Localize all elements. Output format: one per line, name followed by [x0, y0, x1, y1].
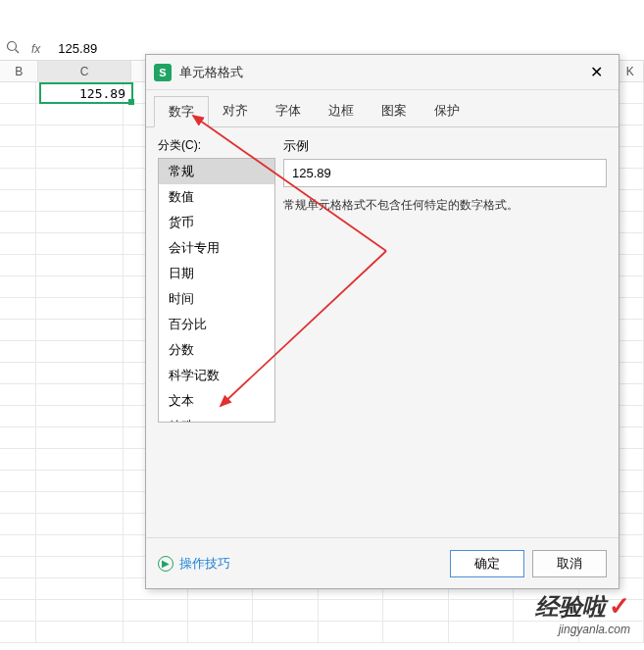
dialog-title-bar: S 单元格格式 ✕ — [146, 55, 619, 90]
tab-border[interactable]: 边框 — [315, 96, 368, 126]
category-item-scientific[interactable]: 科学记数 — [159, 363, 274, 388]
cell-format-dialog: S 单元格格式 ✕ 数字 对齐 字体 边框 图案 保护 分类(C): 常规 数值… — [145, 54, 619, 589]
grid-cell[interactable] — [0, 449, 36, 471]
grid-cell[interactable] — [36, 449, 123, 471]
tab-number[interactable]: 数字 — [154, 96, 209, 127]
grid-cell[interactable] — [449, 622, 514, 643]
category-list[interactable]: 常规 数值 货币 会计专用 日期 时间 百分比 分数 科学记数 文本 特殊 自定… — [158, 158, 275, 423]
grid-cell[interactable] — [36, 578, 123, 600]
grid-cell[interactable] — [36, 298, 123, 320]
grid-cell[interactable] — [319, 622, 383, 643]
grid-cell[interactable] — [0, 384, 36, 406]
tips-link[interactable]: ▶ 操作技巧 — [158, 555, 230, 573]
grid-cell[interactable] — [0, 600, 36, 622]
category-item-fraction[interactable]: 分数 — [159, 337, 274, 363]
category-item-special[interactable]: 特殊 — [159, 414, 274, 423]
col-header-c[interactable]: C — [38, 61, 130, 82]
col-header-b[interactable]: B — [0, 61, 38, 82]
grid-cell[interactable] — [383, 600, 448, 622]
tab-pattern[interactable]: 图案 — [368, 96, 421, 126]
category-item-accounting[interactable]: 会计专用 — [159, 235, 274, 261]
grid-cell[interactable] — [253, 622, 318, 643]
svg-point-0 — [8, 42, 17, 51]
grid-cell[interactable] — [36, 125, 123, 147]
grid-cell[interactable] — [0, 169, 36, 190]
grid-cell[interactable] — [36, 147, 123, 169]
category-item-currency[interactable]: 货币 — [159, 210, 274, 235]
zoom-icon[interactable] — [6, 40, 20, 57]
category-item-date[interactable]: 日期 — [159, 261, 274, 286]
grid-cell[interactable] — [0, 320, 36, 341]
tab-alignment[interactable]: 对齐 — [209, 96, 262, 126]
grid-cell[interactable] — [36, 104, 123, 125]
grid-cell[interactable] — [0, 492, 36, 514]
grid-cell[interactable] — [36, 190, 123, 212]
grid-cell[interactable] — [0, 427, 36, 449]
grid-cell[interactable] — [36, 557, 123, 578]
dialog-title: 单元格格式 — [179, 64, 243, 81]
grid-cell[interactable] — [0, 622, 36, 643]
grid-cell[interactable] — [0, 363, 36, 384]
grid-cell[interactable] — [36, 341, 123, 363]
grid-cell[interactable] — [0, 298, 36, 320]
grid-cell[interactable] — [0, 535, 36, 557]
grid-cell[interactable] — [0, 406, 36, 427]
grid-cell[interactable] — [124, 622, 188, 643]
grid-cell[interactable] — [0, 557, 36, 578]
formula-input[interactable]: 125.89 — [54, 39, 101, 58]
category-item-number[interactable]: 数值 — [159, 184, 274, 210]
ok-button[interactable]: 确定 — [450, 550, 524, 577]
grid-cell[interactable] — [383, 622, 448, 643]
grid-cell[interactable] — [0, 212, 36, 233]
grid-cell[interactable] — [449, 600, 514, 622]
grid-cell[interactable] — [188, 600, 253, 622]
cancel-button[interactable]: 取消 — [532, 550, 607, 577]
grid-cell[interactable] — [319, 600, 383, 622]
tab-protection[interactable]: 保护 — [421, 96, 473, 126]
grid-cell[interactable] — [36, 233, 123, 255]
selected-cell[interactable]: 125.89 — [39, 82, 133, 104]
grid-cell[interactable] — [0, 82, 36, 104]
category-item-general[interactable]: 常规 — [159, 159, 274, 184]
grid-cell[interactable] — [0, 104, 36, 125]
grid-cell[interactable] — [36, 535, 123, 557]
grid-cell[interactable] — [0, 514, 36, 535]
grid-cell[interactable] — [253, 600, 318, 622]
watermark-text: 经验啦 — [535, 593, 606, 620]
grid-cell[interactable] — [36, 514, 123, 535]
grid-cell[interactable] — [0, 233, 36, 255]
grid-cell[interactable] — [0, 471, 36, 492]
grid-cell[interactable] — [36, 212, 123, 233]
grid-cell[interactable] — [124, 600, 188, 622]
grid-cell[interactable] — [36, 384, 123, 406]
category-item-time[interactable]: 时间 — [159, 286, 274, 312]
grid-cell[interactable] — [188, 622, 253, 643]
grid-cell[interactable] — [36, 471, 123, 492]
grid-cell[interactable] — [36, 622, 123, 643]
grid-cell[interactable] — [0, 341, 36, 363]
grid-cell[interactable] — [36, 492, 123, 514]
grid-cell[interactable] — [36, 363, 123, 384]
grid-cell[interactable] — [0, 190, 36, 212]
fx-label[interactable]: fx — [31, 42, 40, 56]
tab-font[interactable]: 字体 — [262, 96, 315, 126]
grid-cell[interactable] — [0, 255, 36, 276]
grid-cell[interactable] — [36, 169, 123, 190]
grid-cell[interactable] — [0, 147, 36, 169]
close-icon[interactable]: ✕ — [582, 59, 611, 85]
grid-cell[interactable] — [0, 276, 36, 298]
col-header-k[interactable]: K — [617, 61, 644, 82]
grid-cell[interactable] — [36, 255, 123, 276]
format-description: 常规单元格格式不包含任何特定的数字格式。 — [283, 197, 607, 214]
grid-cell[interactable] — [36, 276, 123, 298]
category-item-text[interactable]: 文本 — [159, 388, 274, 414]
grid-cell[interactable] — [36, 600, 123, 622]
watermark-url: jingyanla.com — [535, 623, 630, 636]
grid-cell[interactable] — [36, 406, 123, 427]
grid-cell[interactable] — [0, 578, 36, 600]
category-item-percentage[interactable]: 百分比 — [159, 312, 274, 337]
check-icon: ✓ — [609, 591, 630, 621]
grid-cell[interactable] — [36, 320, 123, 341]
grid-cell[interactable] — [36, 427, 123, 449]
grid-cell[interactable] — [0, 125, 36, 147]
